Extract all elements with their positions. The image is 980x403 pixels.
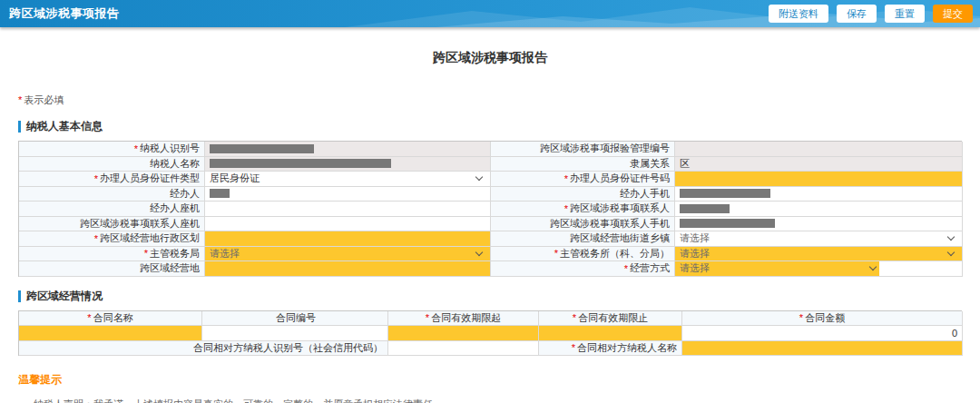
field-label-inspection-number: 跨区域涉税事项报验管理编号	[491, 142, 675, 157]
tax-bureau-cell: 请选择	[205, 247, 491, 262]
counterparty-id-input[interactable]	[393, 341, 534, 356]
agent-landline-cell	[205, 202, 491, 217]
business-place-input[interactable]	[210, 261, 485, 276]
chevron-down-icon	[947, 249, 955, 256]
chevron-down-icon	[947, 233, 955, 241]
inspection-number-field	[675, 142, 963, 157]
tax-office-select[interactable]: 请选择	[680, 247, 957, 261]
tax-office-cell: 请选择	[675, 247, 963, 262]
redacted-value	[210, 144, 314, 153]
field-label-id-number: *办理人员身份证件号码	[491, 172, 675, 187]
basic-info-table: *纳税人识别号 跨区域涉税事项报验管理编号 纳税人名称 隶属关系 区 *办理人员…	[18, 141, 962, 277]
submit-button[interactable]: 提交	[933, 5, 973, 23]
agent-value	[205, 187, 491, 202]
agent-mobile-value	[675, 187, 963, 202]
field-label-tax-bureau: *主管税务局	[19, 247, 205, 262]
contract-table-row2: 合同相对方纳税人识别号（社会信用代码） *合同相对方纳税人名称	[18, 341, 962, 357]
field-label-admin-division: *跨区域经营地行政区划	[19, 231, 205, 247]
tips-title: 温馨提示	[18, 372, 962, 388]
chevron-down-icon	[475, 173, 483, 181]
tip-taxpayer-declaration: 纳税人声明：我承诺，上述填报内容是真实的，可靠的，完整的，并愿意承担相应法律责任…	[34, 396, 962, 403]
id-number-input[interactable]	[680, 172, 957, 186]
col-header-validity-start: *合同有效期限起	[388, 311, 539, 327]
admin-division-cell	[205, 231, 491, 247]
field-label-contact-person: *跨区域涉税事项联系人	[491, 202, 675, 217]
business-place-cell	[205, 261, 491, 277]
section-title-business-info: 跨区域经营情况	[18, 290, 962, 302]
redacted-value	[680, 189, 770, 198]
id-number-cell	[675, 172, 963, 187]
tips-section: 温馨提示 纳税人声明：我承诺，上述填报内容是真实的，可靠的，完整的，并愿意承担相…	[18, 372, 962, 403]
attach-materials-button[interactable]: 附送资料	[769, 5, 828, 23]
township-select[interactable]: 请选择	[680, 231, 957, 246]
topbar-actions: 附送资料 保存 重置 提交	[760, 5, 973, 23]
field-label-id-type: *办理人员身份证件类型	[19, 172, 205, 187]
reset-button[interactable]: 重置	[885, 5, 925, 23]
redacted-value	[210, 159, 391, 168]
field-label-affiliation: 隶属关系	[491, 157, 675, 172]
field-label-business-mode: *经营方式	[491, 261, 675, 277]
chevron-down-icon	[475, 249, 483, 256]
contract-number-cell	[202, 326, 388, 341]
field-label-agent-mobile: 经办人手机	[491, 187, 675, 202]
id-type-select[interactable]: 居民身份证	[210, 172, 485, 186]
required-note: *表示必填	[18, 93, 962, 107]
counterparty-id-cell	[388, 341, 539, 357]
admin-division-input[interactable]	[210, 231, 485, 246]
field-label-township: 跨区域经营地街道乡镇	[491, 231, 675, 247]
business-mode-select[interactable]: 请选择	[675, 261, 879, 276]
contract-amount-cell[interactable]: 0	[682, 326, 963, 341]
section-title-basic-info: 纳税人基本信息	[18, 121, 962, 133]
col-header-contract-name: *合同名称	[19, 311, 202, 327]
app-title: 跨区域涉税事项报告	[9, 5, 120, 22]
affiliation-value: 区	[675, 157, 963, 172]
field-label-agent-landline: 经办人座机	[19, 202, 205, 217]
field-label-agent: 经办人	[19, 187, 205, 202]
col-header-validity-end: *合同有效期限止	[539, 311, 682, 327]
id-type-cell: 居民身份证	[205, 172, 491, 187]
validity-end-input[interactable]	[544, 326, 677, 340]
taxpayer-name-value	[205, 157, 491, 172]
validity-start-cell	[388, 326, 539, 341]
field-label-taxpayer-id: *纳税人识别号	[19, 142, 205, 157]
counterparty-name-input[interactable]	[687, 341, 957, 356]
chevron-down-icon	[869, 263, 877, 270]
field-label-contact-landline: 跨区域涉税事项联系人座机	[19, 217, 205, 232]
field-label-counterparty-name: *合同相对方纳税人名称	[539, 341, 682, 357]
field-label-taxpayer-name: 纳税人名称	[19, 157, 205, 172]
contact-mobile-value	[675, 217, 963, 232]
tips-list: 纳税人声明：我承诺，上述填报内容是真实的，可靠的，完整的，并愿意承担相应法律责任…	[18, 396, 962, 403]
validity-start-input[interactable]	[393, 326, 534, 340]
tax-bureau-select[interactable]: 请选择	[210, 247, 485, 261]
redacted-value	[680, 204, 730, 213]
redacted-value	[680, 219, 775, 228]
contract-number-input[interactable]	[207, 326, 383, 340]
township-cell: 请选择	[675, 231, 963, 247]
top-bar: 跨区域涉税事项报告 附送资料 保存 重置 提交	[0, 0, 980, 27]
field-label-contact-mobile: 跨区域涉税事项联系人手机	[491, 217, 675, 232]
agent-landline-input[interactable]	[210, 202, 485, 216]
required-asterisk: *	[18, 94, 22, 105]
taxpayer-id-value	[205, 142, 491, 157]
redacted-value	[210, 189, 230, 198]
page-title: 跨区域涉税事项报告	[18, 50, 962, 66]
business-mode-cell: 请选择	[675, 261, 963, 277]
validity-end-cell	[539, 326, 682, 341]
col-header-contract-number: 合同编号	[202, 311, 388, 327]
contact-landline-input[interactable]	[210, 217, 485, 231]
counterparty-name-cell	[682, 341, 963, 357]
contact-landline-cell	[205, 217, 491, 232]
contract-name-cell	[19, 326, 202, 341]
save-button[interactable]: 保存	[837, 5, 877, 23]
contract-name-input[interactable]	[24, 326, 197, 340]
field-label-tax-office: *主管税务所（科、分局）	[491, 247, 675, 262]
contract-table: *合同名称 合同编号 *合同有效期限起 *合同有效期限止 *合同金额 0	[18, 310, 962, 341]
contact-person-value	[675, 202, 963, 217]
col-header-contract-amount: *合同金额	[682, 311, 963, 327]
field-label-counterparty-id: 合同相对方纳税人识别号（社会信用代码）	[19, 341, 388, 357]
field-label-business-place: 跨区域经营地	[19, 261, 205, 277]
